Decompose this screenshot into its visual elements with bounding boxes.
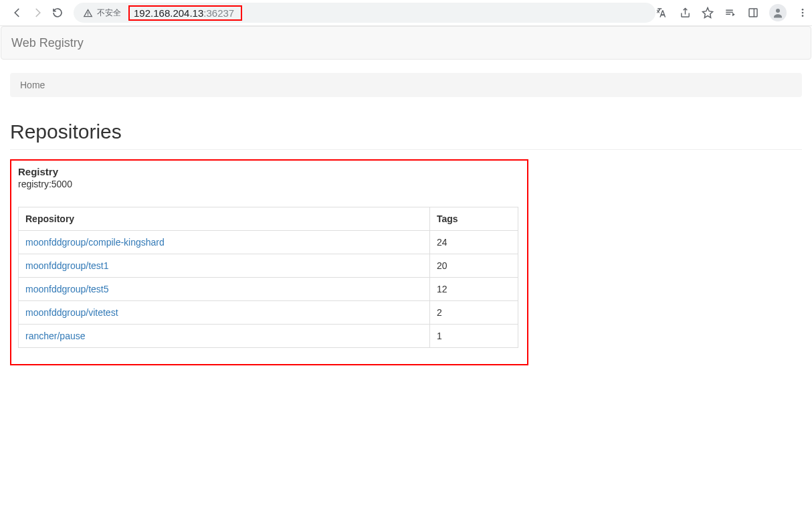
table-row: moonfddgroup/test120 bbox=[19, 254, 518, 278]
svg-point-3 bbox=[802, 9, 804, 11]
panel-icon[interactable] bbox=[746, 6, 760, 19]
col-repository: Repository bbox=[19, 207, 430, 231]
registry-label: Registry bbox=[18, 166, 520, 177]
app-brand[interactable]: Web Registry bbox=[11, 36, 84, 50]
tags-count: 1 bbox=[430, 325, 518, 348]
breadcrumb-home[interactable]: Home bbox=[20, 80, 45, 90]
reload-icon[interactable] bbox=[51, 6, 64, 19]
tags-count: 20 bbox=[430, 254, 518, 278]
repositories-table: Repository Tags moonfddgroup/compile-kin… bbox=[18, 207, 518, 348]
col-tags: Tags bbox=[430, 207, 518, 231]
address-bar[interactable]: 不安全 192.168.204.13:36237 bbox=[74, 3, 655, 23]
registry-panel: Registry registry:5000 Repository Tags m… bbox=[10, 159, 528, 365]
security-label: 不安全 bbox=[97, 7, 121, 19]
repository-link[interactable]: moonfddgroup/test1 bbox=[25, 260, 109, 271]
browser-right-controls bbox=[655, 4, 812, 21]
kebab-menu-icon[interactable] bbox=[796, 6, 809, 19]
profile-avatar[interactable] bbox=[769, 4, 787, 21]
share-icon[interactable] bbox=[678, 6, 692, 19]
svg-point-5 bbox=[802, 15, 804, 17]
url-port: :36237 bbox=[203, 7, 234, 19]
person-icon bbox=[772, 7, 784, 19]
tags-count: 2 bbox=[430, 301, 518, 325]
nav-controls bbox=[5, 6, 68, 19]
svg-point-4 bbox=[802, 12, 804, 14]
forward-icon[interactable] bbox=[31, 6, 44, 19]
content-container: Home Repositories Registry registry:5000… bbox=[0, 73, 812, 365]
registry-host: registry:5000 bbox=[18, 179, 520, 189]
url-host: 192.168.204.13 bbox=[134, 7, 203, 19]
url-text: 192.168.204.13:36237 bbox=[128, 5, 242, 21]
breadcrumb: Home bbox=[10, 73, 802, 97]
playlist-icon[interactable] bbox=[724, 6, 737, 19]
back-icon[interactable] bbox=[11, 6, 24, 19]
page-title: Repositories bbox=[10, 120, 802, 150]
svg-rect-0 bbox=[749, 9, 757, 17]
table-row: moonfddgroup/compile-kingshard24 bbox=[19, 231, 518, 254]
repository-link[interactable]: moonfddgroup/compile-kingshard bbox=[25, 237, 165, 248]
browser-chrome: 不安全 192.168.204.13:36237 bbox=[0, 0, 812, 26]
warning-icon bbox=[83, 8, 93, 18]
repository-link[interactable]: moonfddgroup/test5 bbox=[25, 284, 109, 294]
security-indicator[interactable]: 不安全 bbox=[74, 7, 128, 19]
star-icon[interactable] bbox=[701, 6, 714, 19]
table-row: moonfddgroup/vitetest2 bbox=[19, 301, 518, 325]
svg-point-2 bbox=[776, 9, 780, 13]
tags-count: 12 bbox=[430, 278, 518, 301]
table-row: moonfddgroup/test512 bbox=[19, 278, 518, 301]
tags-count: 24 bbox=[430, 231, 518, 254]
table-row: rancher/pause1 bbox=[19, 325, 518, 348]
repository-link[interactable]: rancher/pause bbox=[25, 331, 86, 341]
app-navbar: Web Registry bbox=[1, 26, 811, 60]
translate-icon[interactable] bbox=[655, 6, 669, 19]
repository-link[interactable]: moonfddgroup/vitetest bbox=[25, 307, 118, 318]
